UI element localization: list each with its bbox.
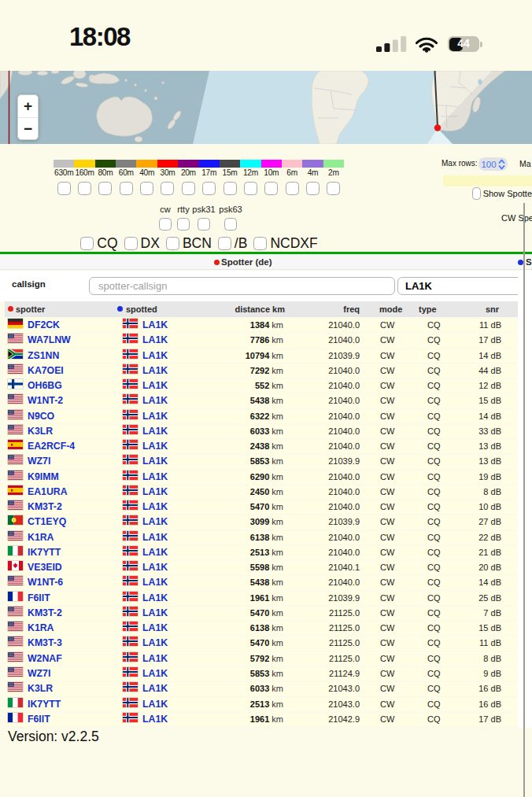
spotter-callsign-link[interactable]: K3LR [28,682,53,696]
band-checkbox-17m[interactable] [202,182,216,195]
spotter-callsign-link[interactable]: WZ7I [28,455,50,468]
col-mode[interactable]: mode [379,304,402,314]
distance-cell: 5853 km [250,667,283,681]
spot-type-checkbox-CQ[interactable] [80,237,94,250]
spotted-callsign-link[interactable]: LA1K [142,667,168,681]
spotter-callsign-link[interactable]: F6IIT [28,713,50,726]
spotted-callsign-link[interactable]: LA1K [142,349,168,363]
spotted-callsign-link[interactable]: LA1K [142,334,168,347]
mode-checkbox-psk31[interactable] [198,218,210,231]
band-checkbox-20m[interactable] [182,182,195,195]
spotted-callsign-link[interactable]: LA1K [142,546,168,559]
spotted-callsign-link[interactable]: LA1K [142,364,168,378]
band-checkbox-6m[interactable] [286,182,299,195]
spotter-callsign-link[interactable]: CT1EYQ [28,515,66,529]
zoom-out-button[interactable]: − [18,118,38,141]
spotted-callsign-link[interactable]: LA1K [142,622,168,635]
spotter-callsign-link[interactable]: W2NAF [28,652,62,666]
band-color-20m [178,160,198,168]
world-map[interactable] [0,71,532,144]
col-type[interactable]: type [419,304,437,314]
spotter-callsign-link[interactable]: KM3T-3 [28,636,62,650]
spotter-callsign-link[interactable]: OH6BG [28,379,62,393]
spotter-callsign-link[interactable]: N9CO [28,410,54,423]
zoom-in-button[interactable]: + [18,95,38,118]
spotted-callsign-link[interactable]: LA1K [142,682,168,696]
spotted-callsign-link[interactable]: LA1K [142,485,168,499]
spotter-callsign-link[interactable]: K3LR [28,425,53,438]
spotter-callsign-link[interactable]: W1NT-2 [28,394,63,408]
spotter-callsign-link[interactable]: EA1URA [28,485,68,499]
spotter-callsign-link[interactable]: IK7YTT [28,698,61,711]
band-checkbox-630m[interactable] [57,182,71,195]
spotted-callsign-link[interactable]: LA1K [142,531,168,544]
spotter-callsign-link[interactable]: IK7YTT [28,546,61,559]
band-checkbox-160m[interactable] [78,182,91,195]
spotter-panel-title: Spotter (de) [221,257,272,267]
spotter-callsign-link[interactable]: WZ7I [28,667,50,681]
band-checkbox-10m[interactable] [264,182,278,195]
spotted-callsign-link[interactable]: LA1K [142,698,168,711]
band-checkbox-4m[interactable] [306,182,320,195]
spotted-callsign-link[interactable]: LA1K [142,394,168,408]
spot-type-checkbox-DX[interactable] [124,237,138,250]
col-snr[interactable]: snr [486,304,499,314]
spotted-callsign-link[interactable]: LA1K [142,515,168,529]
max-dist-input[interactable] [443,175,532,186]
snr-cell: 22 dB [478,531,501,544]
spot-type-checkbox-NCDXF[interactable] [253,237,267,250]
spotter-callsign-link[interactable]: VE3EID [28,561,62,574]
snr-cell: 7 dB [483,607,501,620]
spotted-callsign-link[interactable]: LA1K [142,713,168,726]
spotted-callsign-link[interactable]: LA1K [142,561,168,574]
band-checkbox-80m[interactable] [98,182,112,195]
spotted-callsign-link[interactable]: LA1K [142,319,168,332]
col-distance[interactable]: distance km [235,304,285,314]
spot-type-checkbox-BCN[interactable] [166,237,179,250]
spotter-callsign-link[interactable]: WA7LNW [28,334,71,347]
spotted-callsign-link[interactable]: LA1K [142,455,168,468]
band-checkbox-60m[interactable] [120,182,133,195]
spotter-callsign-link[interactable]: W1NT-6 [28,576,63,589]
spotter-callsign-link[interactable]: ZS1NN [28,349,59,363]
band-checkbox-15m[interactable] [224,182,237,195]
col-freq[interactable]: freq [343,304,360,314]
spotter-callsign-link[interactable]: KM3T-2 [28,607,62,620]
spotter-callsign-link[interactable]: KA7OEI [28,364,64,378]
band-checkbox-40m[interactable] [140,182,153,195]
spotter-callsign-link[interactable]: K1RA [28,622,54,635]
max-rows-select[interactable]: 100 [478,157,508,171]
spotter-callsign-link[interactable]: K1RA [28,531,54,544]
spotted-callsign-link[interactable]: LA1K [142,636,168,650]
mode-checkbox-psk63[interactable] [224,218,237,231]
spotter-callsign-link[interactable]: F6IIT [28,592,50,605]
spotted-callsign-link[interactable]: LA1K [142,410,168,423]
spotted-callsign-link[interactable]: LA1K [142,440,168,453]
spotted-callsign-link[interactable]: LA1K [142,500,168,514]
spotted-callsign-link[interactable]: LA1K [142,652,168,666]
spotted-callsign-link[interactable]: LA1K [142,576,168,589]
show-spotter-checkbox[interactable] [472,187,481,200]
spotted-callsign-link[interactable]: LA1K [142,470,168,484]
spotter-callsign-link[interactable]: KM3T-2 [28,500,62,514]
band-checkbox-2m[interactable] [327,182,340,195]
band-label-2m: 2m [323,168,344,177]
spot-type-checkbox-/B[interactable] [218,237,231,250]
spotter-callsign-input[interactable]: spotter-callsign [89,277,395,295]
col-spotted[interactable]: spotted [126,304,157,314]
snr-cell: 15 dB [478,622,501,635]
battery-icon: 44 [448,36,479,52]
spotted-callsign-input[interactable]: LA1K [397,277,532,295]
spotter-callsign-link[interactable]: DF2CK [28,319,60,332]
spotted-callsign-link[interactable]: LA1K [142,607,168,620]
snr-cell: 13 dB [478,440,501,453]
spotter-callsign-link[interactable]: K9IMM [28,470,59,484]
spotted-callsign-link[interactable]: LA1K [142,425,168,438]
spotted-callsign-link[interactable]: LA1K [142,379,168,393]
type-cell: CQ [427,364,441,378]
band-checkbox-30m[interactable] [161,182,174,195]
spotter-callsign-link[interactable]: EA2RCF-4 [28,440,75,453]
spotted-callsign-link[interactable]: LA1K [142,592,168,605]
col-spotter[interactable]: spotter [16,304,45,314]
band-checkbox-12m[interactable] [244,182,257,195]
